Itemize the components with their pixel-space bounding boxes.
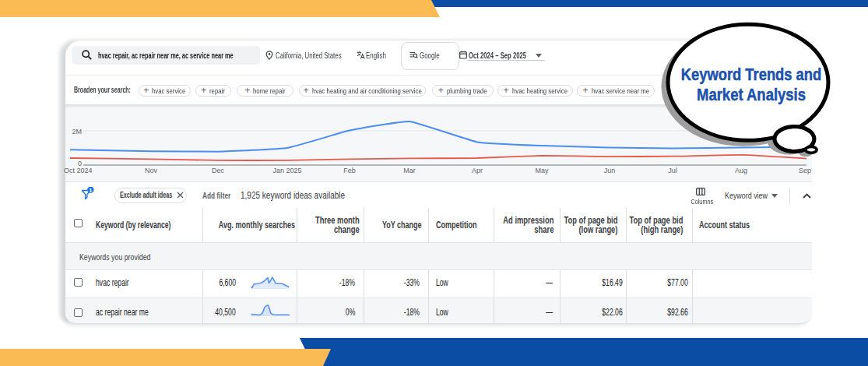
- svg-text:Oct 2024: Oct 2024: [64, 167, 93, 174]
- svg-text:Dec: Dec: [212, 167, 225, 174]
- svg-text:2M: 2M: [72, 128, 82, 135]
- svg-text:Keyword Trends and: Keyword Trends and: [681, 65, 822, 84]
- svg-text:Jul: Jul: [668, 167, 677, 174]
- svg-text:Market Analysis: Market Analysis: [697, 86, 806, 104]
- svg-text:May: May: [535, 167, 549, 174]
- svg-text:Jun: Jun: [604, 167, 616, 174]
- svg-text:Feb: Feb: [343, 167, 356, 174]
- svg-text:Jan 2025: Jan 2025: [272, 167, 301, 174]
- svg-text:Aug: Aug: [735, 167, 747, 174]
- svg-text:Mar: Mar: [403, 167, 416, 174]
- svg-text:Sep: Sep: [799, 167, 811, 174]
- svg-text:Nov: Nov: [145, 167, 158, 174]
- svg-text:1: 1: [89, 187, 92, 194]
- svg-text:Apr: Apr: [472, 167, 483, 174]
